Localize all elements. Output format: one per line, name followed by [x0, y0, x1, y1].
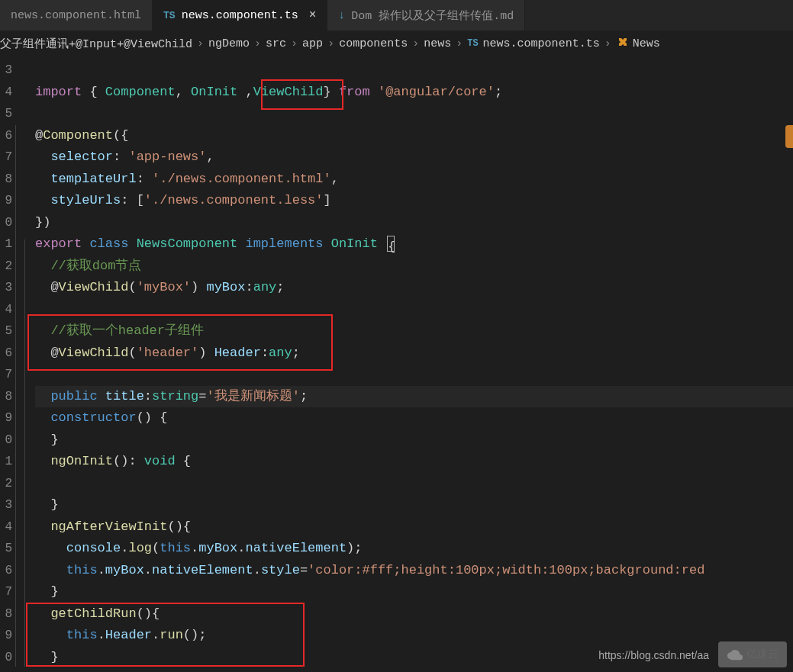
code-line: this.myBox.nativeElement.style='color:#f… [35, 560, 793, 582]
crumb-news[interactable]: news [424, 37, 451, 50]
crumb-root[interactable]: 父子组件通讯+@Input+@ViewChild [0, 37, 192, 51]
logo-icon [785, 125, 793, 148]
code-line: } [35, 581, 793, 603]
close-icon[interactable]: × [309, 8, 317, 22]
tab-ts[interactable]: TS news.component.ts × [153, 0, 327, 31]
crumb-class[interactable]: News [633, 37, 660, 50]
code-line [35, 59, 793, 82]
code-line: styleUrls: ['./news.component.less'] [35, 190, 793, 212]
ts-icon: TS [467, 38, 478, 49]
code-line [35, 299, 793, 321]
code-area[interactable]: import { Component, OnInit ,ViewChild} f… [15, 56, 793, 672]
code-line [35, 103, 793, 125]
code-line [35, 473, 793, 495]
code-line: } [35, 429, 793, 452]
crumb-src[interactable]: src [266, 37, 286, 50]
code-line: }) [35, 212, 793, 234]
chevron-right-icon: › [412, 37, 419, 50]
chevron-right-icon: › [291, 37, 298, 50]
code-editor[interactable]: 345 678 901 234 567 890 123 456 789 0 im… [0, 56, 793, 672]
crumb-file[interactable]: news.component.ts [483, 37, 600, 50]
code-line: export class NewsComponent implements On… [35, 233, 793, 256]
crumb-app[interactable]: app [302, 37, 323, 50]
code-line: getChildRun(){ [35, 603, 793, 625]
chevron-right-icon: › [456, 37, 463, 50]
code-line [35, 364, 793, 386]
line-gutter: 345 678 901 234 567 890 123 456 789 0 [0, 56, 15, 672]
code-line: selector: 'app-news', [35, 146, 793, 169]
code-line: import { Component, OnInit ,ViewChild} f… [35, 82, 793, 104]
code-line: @ViewChild('myBox') myBox:any; [35, 277, 793, 299]
tab-label: Dom 操作以及父子组件传值.md [351, 8, 514, 23]
markdown-icon: ↓ [338, 9, 345, 22]
code-line: templateUrl: './news.component.html', [35, 169, 793, 191]
chevron-right-icon: › [604, 37, 611, 50]
ts-icon: TS [163, 10, 176, 21]
code-line: } [35, 494, 793, 516]
crumb-project[interactable]: ngDemo [208, 37, 250, 50]
code-line: constructor() { [35, 407, 793, 429]
editor-tabs: news.component.html TS news.component.ts… [0, 0, 793, 31]
cursor: { [387, 236, 395, 252]
watermark-url: https://blog.csdn.net/aa [598, 649, 709, 661]
code-line: @ViewChild('header') Header:any; [35, 342, 793, 365]
tab-md[interactable]: ↓ Dom 操作以及父子组件传值.md [327, 0, 525, 31]
code-line: //获取dom节点 [35, 256, 793, 278]
chevron-right-icon: › [327, 37, 334, 50]
class-icon [616, 36, 628, 52]
code-line: ngAfterViewInit(){ [35, 516, 793, 539]
tab-html[interactable]: news.component.html [0, 0, 153, 31]
code-line: //获取一个header子组件 [35, 320, 793, 342]
code-line: @Component({ [35, 125, 793, 147]
code-line: this.Header.run(); [35, 625, 793, 647]
code-line: console.log(this.myBox.nativeElement); [35, 538, 793, 560]
tab-label: news.component.html [11, 9, 141, 22]
tab-label: news.component.ts [182, 9, 298, 22]
crumb-components[interactable]: components [339, 37, 408, 50]
breadcrumb[interactable]: 父子组件通讯+@Input+@ViewChild › ngDemo › src … [0, 31, 793, 56]
code-line: public title:string='我是新闻标题'; [35, 386, 793, 408]
code-line: ngOnInit(): void { [35, 451, 793, 473]
chevron-right-icon: › [254, 37, 261, 50]
watermark-logo: 亿速云 [718, 641, 787, 667]
chevron-right-icon: › [197, 37, 204, 50]
